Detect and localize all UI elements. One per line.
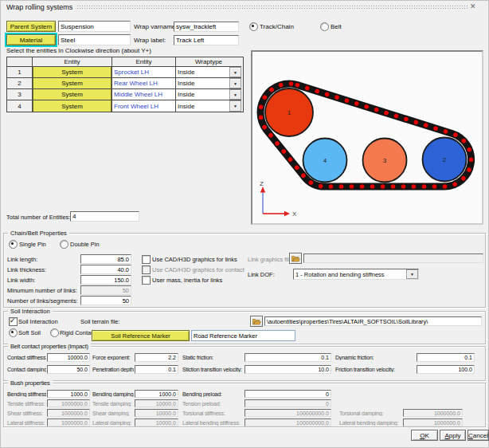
drag-handle[interactable] — [76, 5, 468, 10]
stiction-transition-velocity-field[interactable] — [244, 365, 331, 374]
dynamic-friction-label: Dynamic friction: — [335, 355, 415, 360]
user-mass-inertia-checkbox[interactable] — [142, 276, 151, 285]
link-thickness-field[interactable] — [80, 265, 131, 274]
entity-name-field[interactable]: Rear Wheel LH — [112, 78, 176, 89]
folder-open-icon[interactable] — [250, 316, 263, 327]
apply-button[interactable]: Apply — [440, 430, 466, 441]
wheel-2-label: 2 — [443, 156, 447, 163]
friction-transition-velocity-field[interactable] — [417, 365, 475, 374]
entity-name-field[interactable]: Middle Wheel LH — [112, 89, 176, 100]
header-index — [7, 57, 33, 67]
shear-stiffness-field — [47, 409, 90, 417]
wrap-varname-input[interactable] — [174, 22, 239, 32]
tension-preload-label: Tension preload: — [182, 401, 243, 407]
static-friction-field[interactable] — [244, 353, 331, 362]
contact-stiffness-label: Contact stiffness: — [7, 355, 46, 360]
wheel-3-label: 3 — [383, 157, 387, 164]
shear-stiffness-label: Shear stiffness: — [7, 411, 46, 416]
z-axis-arrow — [260, 187, 265, 193]
wrap-label-input[interactable] — [174, 35, 239, 45]
bush-properties-group: Bush properties Bending stiffness: Bendi… — [3, 383, 486, 427]
track-chain-radio[interactable] — [249, 22, 258, 31]
double-pin-label: Double Pin — [70, 241, 100, 248]
penetration-depth-field[interactable] — [135, 365, 178, 374]
use-cad-contact-label: Use CAD/H3D graphics for contact — [152, 266, 244, 273]
soil-terrain-file-label: Soil terrain file: — [80, 318, 120, 325]
force-exponent-field[interactable] — [135, 353, 178, 362]
road-reference-marker-field[interactable]: Road Reference Marker — [191, 330, 295, 341]
soil-interaction-checkbox[interactable] — [9, 317, 18, 326]
lateral-bending-damping-label: Lateral bending damping: — [339, 420, 402, 426]
lateral-bending-stiffness-label: Lateral bending stiffness: — [182, 420, 243, 426]
single-pin-radio[interactable] — [9, 240, 18, 249]
parent-system-field[interactable] — [58, 21, 131, 32]
material-field[interactable] — [58, 34, 131, 45]
contact-damping-label: Contact damping: — [7, 367, 46, 372]
wrap-label-label: Wrap label: — [134, 37, 166, 44]
track-chain-radio-label: Track/Chain — [260, 23, 294, 30]
wraptype-combo[interactable]: Inside ▼ — [176, 100, 241, 112]
soil-terrain-file-field[interactable] — [264, 316, 482, 326]
table-row: 4 System Front Wheel LH Inside ▼ — [7, 100, 243, 112]
link-width-field[interactable] — [80, 275, 131, 285]
table-header-row: Entity Entity Wraptype — [7, 57, 243, 67]
num-links-field[interactable] — [80, 296, 131, 305]
chevron-down-icon[interactable]: ▼ — [229, 89, 241, 100]
wraptype-combo[interactable]: Inside ▼ — [176, 67, 241, 77]
force-exponent-label: Force exponent: — [92, 355, 134, 360]
bending-stiffness-field[interactable] — [47, 390, 90, 398]
system-collector-button[interactable]: System — [33, 100, 111, 112]
soil-interaction-group: Soil Interaction Soil Interaction Soft S… — [3, 311, 486, 344]
soft-soil-radio[interactable] — [9, 328, 18, 337]
table-row: 3 System Middle Wheel LH Inside ▼ — [7, 89, 243, 100]
chevron-down-icon[interactable]: ▼ — [406, 269, 418, 279]
dynamic-friction-field[interactable] — [417, 353, 475, 362]
entity-name-field[interactable]: Front Wheel LH — [112, 100, 176, 112]
total-entities-field[interactable] — [70, 211, 139, 222]
entities-instruction: Select the entities in Clockwise directi… — [6, 47, 151, 54]
header-wraptype: Wraptype — [176, 57, 241, 67]
wraptype-value: Inside — [176, 80, 229, 87]
torsional-damping-field — [403, 409, 463, 417]
entity-name-field[interactable]: Sprocket LH — [112, 67, 176, 78]
cancel-button[interactable]: Cancel — [467, 430, 489, 441]
soil-interaction-label: Soil Interaction — [18, 318, 58, 325]
dialog-title: Wrap rolling systems — [6, 3, 72, 11]
link-length-label: Link length: — [7, 256, 37, 263]
contact-stiffness-field[interactable] — [47, 353, 90, 362]
bending-preload-field[interactable] — [244, 390, 331, 398]
link-length-field[interactable] — [80, 254, 131, 264]
material-button[interactable]: Material — [6, 34, 56, 45]
num-links-label: Number of links/segments: — [7, 297, 78, 305]
soil-reference-marker-button[interactable]: Soil Reference Marker — [92, 330, 190, 341]
system-collector-button[interactable]: System — [33, 67, 111, 77]
wraptype-combo[interactable]: Inside ▼ — [176, 89, 241, 100]
wraptype-combo[interactable]: Inside ▼ — [176, 78, 241, 88]
parent-system-button[interactable]: Parent System — [6, 21, 56, 32]
bending-damping-field[interactable] — [135, 390, 178, 398]
link-dof-combo[interactable]: 1 - Rotation and bending stiffness ▼ — [293, 269, 419, 280]
min-links-label: Minumum number of links: — [7, 287, 77, 294]
lateral-damping-label: Lateral damping: — [92, 420, 134, 426]
contact-damping-field[interactable] — [47, 365, 90, 374]
chevron-down-icon[interactable]: ▼ — [229, 100, 241, 112]
double-pin-radio[interactable] — [60, 240, 68, 249]
belt-radio[interactable] — [320, 22, 329, 31]
total-entities-label: Total number of Entities: — [6, 214, 70, 221]
use-cad-contact-checkbox — [142, 265, 151, 274]
use-cad-links-checkbox[interactable] — [142, 255, 151, 264]
system-collector-button[interactable]: System — [33, 78, 111, 88]
rigid-contact-radio[interactable] — [50, 328, 59, 337]
close-icon[interactable]: ✕ — [470, 2, 476, 10]
link-graphics-file-field — [303, 253, 483, 263]
table-row: 2 System Rear Wheel LH Inside ▼ — [7, 78, 243, 89]
friction-transition-velocity-label: Friction transition velocity: — [335, 367, 415, 372]
lateral-bending-stiffness-field — [244, 419, 331, 426]
folder-open-icon[interactable] — [289, 253, 302, 264]
chevron-down-icon[interactable]: ▼ — [229, 78, 241, 88]
ok-button[interactable]: OK — [411, 430, 438, 441]
wheel-1-label: 1 — [288, 109, 291, 116]
system-collector-button[interactable]: System — [33, 89, 111, 100]
chevron-down-icon[interactable]: ▼ — [229, 67, 241, 77]
tensile-damping-label: Tensile damping: — [92, 401, 134, 407]
